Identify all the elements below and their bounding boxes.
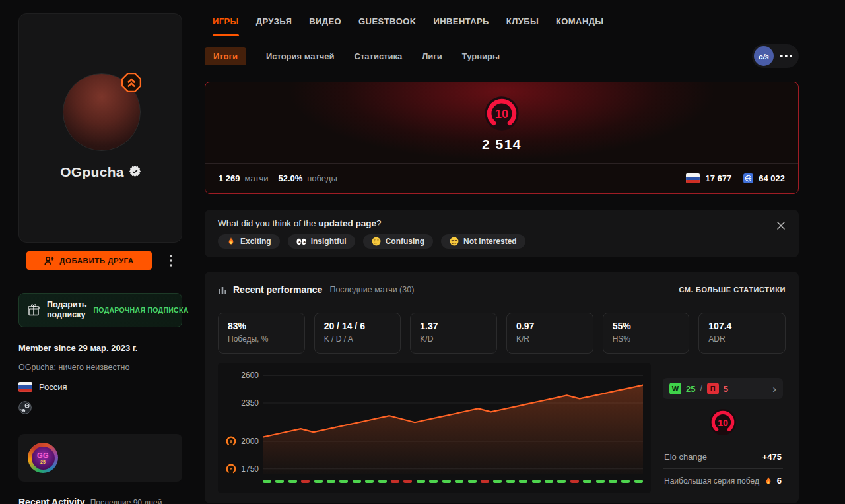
badges-card: GG 25 [18,434,182,482]
faceit-profile-page: OGpucha ДОБАВИТЬ ДРУГА Подарит [0,0,845,504]
nav-tab-teams[interactable]: КОМАНДЫ [556,16,603,36]
match-dash-loss[interactable] [403,480,412,483]
badge-label: GG [37,452,49,459]
stat-label-kda: K / D / A [324,334,391,344]
elo-panel: 10 2 514 1 269 матчи 52.0% победы 17 677… [205,82,799,194]
match-dash-loss[interactable] [481,480,489,483]
nav-tab-videos[interactable]: ВИДЕО [309,16,341,36]
losses-badge: П [707,383,719,394]
elo-change-label: Elo change [664,452,707,462]
chevron-right-icon: › [772,383,776,394]
stat-card-kda: 20 / 14 / 6K / D / A [314,313,401,354]
stat-label-hs: HS% [613,334,680,344]
match-dash-win[interactable] [275,480,284,483]
losses-count: 5 [724,384,728,394]
boost-badge-icon[interactable] [121,72,142,93]
match-dash-win[interactable] [455,480,463,483]
gift-icon [27,303,40,317]
stat-value-hs: 55% [613,321,680,331]
match-dash-loss[interactable] [301,480,310,483]
match-dash-win[interactable] [365,480,374,483]
subnav-tab-tournaments[interactable]: Турниры [462,51,500,61]
match-dash-win[interactable] [519,480,527,483]
gift-subscription-link[interactable]: ПОДАРОЧНАЯ ПОДПИСКА [93,306,188,314]
close-icon[interactable] [774,218,788,233]
gg25-badge[interactable]: GG 25 [28,443,58,473]
flame-icon [764,476,773,486]
thinking-face-icon [372,237,381,246]
match-dash-win[interactable] [263,480,271,483]
match-dash-win[interactable] [314,480,323,483]
match-dash-win[interactable] [506,480,515,483]
feedback-chip-confusing[interactable]: Confusing [363,234,433,249]
subnav-tab-leagues[interactable]: Лиги [422,51,442,61]
add-friend-button[interactable]: ДОБАВИТЬ ДРУГА [26,251,152,270]
match-dash-win[interactable] [545,480,553,483]
match-dash-win[interactable] [609,480,617,483]
winrate-value: 52.0% [278,173,302,183]
match-dash-win[interactable] [634,480,643,483]
profile-menu-button[interactable] [162,252,180,269]
match-dash-win[interactable] [442,480,451,483]
russia-flag-icon [686,173,700,183]
nav-tab-friends[interactable]: ДРУЗЬЯ [256,16,292,36]
win-loss-summary[interactable]: W 25 / П 5 › [663,378,783,399]
match-dash-win[interactable] [339,480,348,483]
gift-subscription-panel[interactable]: Подарить подписку ПОДАРОЧНАЯ ПОДПИСКА [18,293,182,327]
stat-card-adr: 107.4ADR [698,313,786,354]
stat-card-kd: 1.37K/D [410,313,497,354]
profile-nav: ИГРЫДРУЗЬЯВИДЕОGUESTBOOKИНВЕНТАРЬКЛУБЫКО… [205,0,799,36]
match-dash-win[interactable] [417,480,425,483]
y-tick-2000: 92000 [218,435,259,447]
sidebar: OGpucha ДОБАВИТЬ ДРУГА Подарит [18,13,182,504]
subnav-tab-stats[interactable]: Статистика [355,51,403,61]
stat-label-kr: K/R [516,334,584,344]
nav-tab-games[interactable]: ИГРЫ [213,16,239,36]
match-dash-win[interactable] [468,480,477,483]
see-more-stats-link[interactable]: СМ. БОЛЬШЕ СТАТИСТИКИ [679,286,786,294]
match-dash-win[interactable] [288,480,297,483]
feedback-banner: What did you think of the updated page? … [205,210,799,257]
add-person-icon [44,256,54,266]
feedback-chip-label: Not interested [463,237,517,246]
nav-tab-clubs[interactable]: КЛУБЫ [506,16,539,36]
match-dash-win[interactable] [353,480,361,483]
nav-tab-guestbook[interactable]: GUESTBOOK [358,16,416,36]
stat-label-winrate: Победы, % [228,334,295,344]
feedback-chip-not-interested[interactable]: Not interested [441,234,525,249]
match-dash-win[interactable] [557,480,566,483]
match-dash-win[interactable] [532,480,541,483]
y-tick-2350: 2350 [218,397,259,409]
svg-text:10: 10 [495,108,508,121]
badge-sub: 25 [40,460,46,464]
stat-value-kr: 0.97 [516,321,584,331]
feedback-chip-exciting[interactable]: Exciting [218,234,280,249]
nav-tab-inventory[interactable]: ИНВЕНТАРЬ [433,16,489,36]
level-8-badge-icon: 8 [225,463,237,475]
match-dash-win[interactable] [493,480,502,483]
steam-icon[interactable] [18,401,32,414]
feedback-question: What did you think of the updated page? [218,218,786,228]
feedback-chips: ExcitingInsightfulConfusingNot intereste… [218,234,786,249]
y-tick-label: 2000 [241,437,259,446]
match-dash-win[interactable] [621,480,630,483]
y-tick-label: 2350 [241,398,259,408]
performance-title: Recent performance [233,284,322,295]
more-options-button[interactable] [780,55,792,57]
level-9-badge-icon: 9 [225,435,237,447]
feedback-chip-label: Exciting [240,237,271,246]
match-dash-win[interactable] [327,480,335,483]
match-dash-win[interactable] [596,480,605,483]
svg-text:10: 10 [718,418,728,428]
match-dash-win[interactable] [583,480,592,483]
elo-value: 2 514 [205,137,798,152]
match-dash-loss[interactable] [570,480,579,483]
match-dash-win[interactable] [378,480,387,483]
subnav-tab-match-history[interactable]: История матчей [266,51,335,61]
feedback-chip-insightful[interactable]: Insightful [288,234,355,249]
cs2-game-icon[interactable]: c/s [754,46,774,66]
subnav-tab-summary[interactable]: Итоги [205,47,246,65]
match-dash-win[interactable] [429,480,438,483]
match-dash-loss[interactable] [391,480,399,483]
flame-icon [226,237,236,246]
